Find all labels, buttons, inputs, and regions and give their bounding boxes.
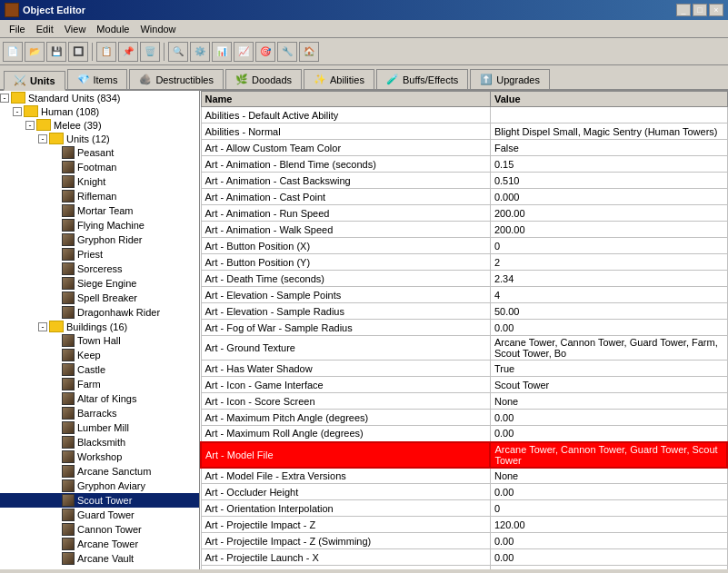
menu-window[interactable]: Window <box>135 22 181 36</box>
tree-item-buildings16[interactable]: -Buildings (16) <box>0 320 199 333</box>
table-row[interactable]: Art - Button Position (Y)2 <box>201 254 727 271</box>
tree-item-gryphonAviary[interactable]: Gryphon Aviary <box>0 479 199 493</box>
props-panel[interactable]: Name Value Abilities - Default Active Ab… <box>200 91 728 569</box>
table-row[interactable]: Art - Allow Custom Team ColorFalse <box>201 140 727 156</box>
table-row[interactable]: Art - Elevation - Sample Points4 <box>201 287 727 303</box>
tree-item-arcanesanctum[interactable]: Arcane Sanctum <box>0 464 199 479</box>
tree-item-rifleman[interactable]: Rifleman <box>0 189 199 203</box>
tree-label-arcanesanctum: Arcane Sanctum <box>77 466 151 477</box>
close-button[interactable]: × <box>709 4 723 16</box>
toolbar-icon6[interactable]: 📈 <box>234 42 254 62</box>
tree-item-barracks[interactable]: Barracks <box>0 406 199 420</box>
tab-abilities[interactable]: ✨ Abilities <box>304 69 374 89</box>
table-row[interactable]: Art - Animation - Run Speed200.00 <box>201 205 727 222</box>
table-row[interactable]: Art - Orientation Interpolation0 <box>201 500 727 517</box>
tree-item-gryphonrider[interactable]: Gryphon Rider <box>0 232 199 247</box>
tab-buffseffects[interactable]: 🧪 Buffs/Effects <box>376 69 468 89</box>
toolbar-icon8[interactable]: 🔧 <box>277 42 297 62</box>
tree-item-townhall[interactable]: Town Hall <box>0 333 199 348</box>
toolbar-open[interactable]: 📂 <box>25 42 45 62</box>
table-row[interactable]: Art - Button Position (X)0 <box>201 238 727 254</box>
tab-items[interactable]: 💎 Items <box>67 69 128 89</box>
tree-item-siegeengine[interactable]: Siege Engine <box>0 276 199 291</box>
table-row[interactable]: Art - Icon - Game InterfaceScout Tower <box>201 377 727 393</box>
table-row[interactable]: Art - Has Water ShadowTrue <box>201 361 727 377</box>
toolbar-paste[interactable]: 📌 <box>118 42 138 62</box>
tree-item-altarofkings[interactable]: Altar of Kings <box>0 391 199 406</box>
tree-item-farm[interactable]: Farm <box>0 377 199 391</box>
tree-item-dragonhawkrider[interactable]: Dragonhawk Rider <box>0 305 199 320</box>
col-value: Value <box>490 92 727 107</box>
table-row[interactable]: Art - Elevation - Sample Radius50.00 <box>201 303 727 320</box>
table-row[interactable]: Art - Death Time (seconds)2.34 <box>201 271 727 287</box>
table-row[interactable]: Abilities - NormalBlight Dispel Small, M… <box>201 123 727 140</box>
table-row[interactable]: Art - Projectile Impact - Z120.00 <box>201 517 727 533</box>
tree-item-blacksmith[interactable]: Blacksmith <box>0 435 199 450</box>
table-row[interactable]: Art - Maximum Roll Angle (degrees)0.00 <box>201 426 727 442</box>
table-row[interactable]: Art - Maximum Pitch Angle (degrees)0.00 <box>201 410 727 426</box>
tree-item-priest[interactable]: Priest <box>0 247 199 262</box>
table-row[interactable]: Art - Icon - Score ScreenNone <box>201 393 727 410</box>
menu-file[interactable]: File <box>4 22 31 36</box>
tree-item-standard[interactable]: -Standard Units (834) <box>0 91 199 104</box>
tree-item-human[interactable]: -Human (108) <box>0 104 199 118</box>
tree-expand-melee[interactable]: - <box>25 121 35 130</box>
table-row[interactable]: Art - Model File - Extra VersionsNone <box>201 468 727 484</box>
tree-item-sorceress[interactable]: Sorceress <box>0 262 199 276</box>
table-row[interactable]: Art - Model FileArcane Tower, Cannon Tow… <box>201 442 727 468</box>
toolbar-search[interactable]: 🔍 <box>168 42 188 62</box>
tree-item-melee[interactable]: -Melee (39) <box>0 118 199 132</box>
table-row[interactable]: Art - Animation - Cast Backswing0.510 <box>201 173 727 189</box>
tree-item-arcanetower[interactable]: Arcane Tower <box>0 537 199 551</box>
table-row[interactable]: Art - Fog of War - Sample Radius0.00 <box>201 320 727 336</box>
tree-item-cannontower[interactable]: Cannon Tower <box>0 522 199 537</box>
table-row[interactable]: Art - Occluder Height0.00 <box>201 484 727 500</box>
tree-expand-standard[interactable]: - <box>0 94 9 103</box>
table-row[interactable]: Art - Projectile Launch - Y0.00 <box>201 566 727 570</box>
tab-destructibles[interactable]: 🪨 Destructibles <box>129 69 224 89</box>
minimize-button[interactable]: _ <box>676 4 691 16</box>
table-row[interactable]: Art - Animation - Blend Time (seconds)0.… <box>201 156 727 173</box>
toolbar-save[interactable]: 💾 <box>46 42 66 62</box>
tree-item-scouTower[interactable]: Scout Tower <box>0 493 199 508</box>
toolbar: 📄 📂 💾 🔲 📋 📌 🗑️ 🔍 ⚙️ 📊 📈 🎯 🔧 🏠 <box>0 38 728 65</box>
tree-item-workshop[interactable]: Workshop <box>0 450 199 464</box>
table-row[interactable]: Art - Projectile Impact - Z (Swimming)0.… <box>201 533 727 549</box>
tree-item-footman[interactable]: Footman <box>0 160 199 174</box>
tree-item-units12[interactable]: -Units (12) <box>0 132 199 145</box>
tab-doodads[interactable]: 🌿 Doodads <box>225 69 302 89</box>
table-row[interactable]: Abilities - Default Active Ability <box>201 107 727 123</box>
tree-item-mortarteam[interactable]: Mortar Team <box>0 203 199 218</box>
tree-expand-buildings16[interactable]: - <box>38 322 47 331</box>
tree-item-knight[interactable]: Knight <box>0 174 199 189</box>
tree-item-lumbermill[interactable]: Lumber Mill <box>0 420 199 435</box>
tree-item-guardtower[interactable]: Guard Tower <box>0 508 199 522</box>
table-row[interactable]: Art - Projectile Launch - X0.00 <box>201 549 727 566</box>
tree-item-spellbreaker[interactable]: Spell Breaker <box>0 291 199 305</box>
tree-item-peasant[interactable]: Peasant <box>0 145 199 160</box>
toolbar-icon7[interactable]: 🎯 <box>255 42 275 62</box>
tree-panel[interactable]: -Standard Units (834)-Human (108)-Melee … <box>0 91 200 569</box>
tree-item-keep[interactable]: Keep <box>0 348 199 362</box>
toolbar-new[interactable]: 📄 <box>3 42 23 62</box>
menu-module[interactable]: Module <box>91 22 135 36</box>
menu-edit[interactable]: Edit <box>31 22 59 36</box>
maximize-button[interactable]: □ <box>693 4 707 16</box>
table-row[interactable]: Art - Animation - Walk Speed200.00 <box>201 222 727 238</box>
toolbar-delete[interactable]: 🗑️ <box>140 42 160 62</box>
tree-expand-human[interactable]: - <box>13 107 22 116</box>
toolbar-icon4[interactable]: 🔲 <box>68 42 88 62</box>
tree-item-flyingmachine[interactable]: Flying Machine <box>0 218 199 232</box>
table-row[interactable]: Art - Animation - Cast Point0.000 <box>201 189 727 205</box>
toolbar-icon5[interactable]: 📊 <box>212 42 232 62</box>
tree-expand-units12[interactable]: - <box>38 134 47 143</box>
tree-item-arcanevault[interactable]: Arcane Vault <box>0 551 199 566</box>
table-row[interactable]: Art - Ground TextureArcane Tower, Cannon… <box>201 336 727 361</box>
menu-view[interactable]: View <box>59 22 92 36</box>
tab-units[interactable]: ⚔️ Units <box>4 71 65 91</box>
toolbar-icon9[interactable]: 🏠 <box>299 42 319 62</box>
tab-upgrades[interactable]: ⬆️ Upgrades <box>470 69 550 89</box>
toolbar-copy[interactable]: 📋 <box>96 42 116 62</box>
toolbar-filter[interactable]: ⚙️ <box>190 42 210 62</box>
tree-item-castle[interactable]: Castle <box>0 362 199 377</box>
